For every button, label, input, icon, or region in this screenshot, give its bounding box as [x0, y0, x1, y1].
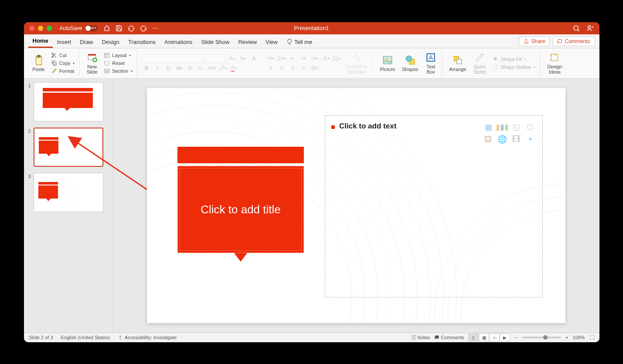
notes-button[interactable]: Notes — [411, 335, 430, 340]
redo-icon[interactable] — [140, 25, 147, 32]
slide-indicator[interactable]: Slide 2 of 3 — [29, 335, 53, 340]
insert-smartart-icon[interactable]: ◱ — [510, 122, 522, 132]
textbox-button[interactable]: AText Box — [422, 50, 439, 77]
share-button[interactable]: Share — [519, 37, 550, 46]
content-placeholder[interactable]: Click to add text ▦ ▮▮▮ ◱ ⬡ 🖼 🌐 🎞 ✦ — [325, 115, 543, 297]
insert-3d-icon[interactable]: ⬡ — [524, 122, 536, 132]
decrease-font-icon[interactable]: A▾ — [238, 54, 248, 63]
language-indicator[interactable]: English (United States) — [61, 335, 110, 340]
autosave-control[interactable]: AutoSave OFF — [60, 25, 98, 31]
underline-icon[interactable]: U — [163, 64, 173, 72]
tellme-search[interactable]: Tell me — [282, 36, 317, 48]
superscript-icon[interactable]: x² — [185, 64, 195, 72]
align-vertical-icon[interactable]: ⊟▾ — [310, 64, 319, 72]
arrange-button[interactable]: Arrange — [446, 50, 469, 77]
search-icon[interactable] — [572, 24, 580, 32]
slide-canvas[interactable]: Click to add title Click to add text ▦ ▮… — [147, 88, 565, 323]
fit-to-window-button[interactable]: ⛶ — [589, 335, 594, 340]
italic-icon[interactable]: I — [153, 64, 162, 72]
tab-transitions[interactable]: Transitions — [124, 36, 160, 48]
minimize-window-button[interactable] — [38, 26, 43, 31]
tab-insert[interactable]: Insert — [53, 36, 76, 48]
tab-slideshow[interactable]: Slide Show — [197, 36, 234, 48]
columns-icon[interactable]: ▯▯▾ — [331, 54, 341, 63]
more-icon[interactable]: ⋯ — [152, 25, 159, 32]
font-size-select[interactable] — [204, 54, 226, 63]
design-ideas-button[interactable]: Design Ideas — [545, 50, 565, 77]
align-center-icon[interactable]: ≡ — [277, 64, 286, 72]
font-family-select[interactable] — [142, 54, 203, 63]
tab-view[interactable]: View — [261, 36, 282, 48]
quick-styles-button[interactable]: Quick Styles — [470, 50, 489, 77]
slideshow-view-button[interactable]: ▶ — [500, 334, 510, 341]
bullets-icon[interactable]: •≡▾ — [266, 54, 276, 63]
sorter-view-button[interactable]: ▦ — [479, 334, 489, 341]
save-icon[interactable] — [116, 25, 123, 32]
slide-thumbnail-1[interactable] — [34, 82, 103, 121]
tab-design[interactable]: Design — [97, 36, 123, 48]
autosave-toggle[interactable]: OFF — [85, 25, 98, 31]
clear-format-icon[interactable]: A̶ — [249, 54, 259, 63]
normal-view-button[interactable]: ▯ — [468, 334, 479, 341]
layout-button[interactable]: Layout▾ — [102, 52, 134, 59]
bold-icon[interactable]: B — [142, 64, 151, 72]
comments-status-button[interactable]: Comments — [434, 335, 464, 340]
insert-video-icon[interactable]: 🎞 — [510, 134, 522, 145]
tab-draw[interactable]: Draw — [75, 36, 97, 48]
strike-icon[interactable]: ab — [174, 64, 184, 72]
svg-point-45 — [120, 336, 121, 337]
text-direction-icon[interactable]: ↓A▾ — [320, 54, 330, 63]
reading-view-button[interactable]: ▭ — [489, 334, 500, 341]
highlight-icon[interactable]: 🖍▾ — [218, 64, 228, 72]
subscript-icon[interactable]: x₂ — [196, 64, 206, 72]
copy-button[interactable]: Copy▾ — [49, 60, 77, 67]
shape-outline-button[interactable]: Shape Outline▾ — [490, 64, 537, 71]
zoom-level[interactable]: 109% — [572, 335, 585, 340]
increase-indent-icon[interactable]: ⇥ — [299, 54, 308, 63]
zoom-slider[interactable] — [522, 337, 561, 338]
tab-review[interactable]: Review — [234, 36, 261, 48]
svg-rect-8 — [89, 54, 96, 55]
align-right-icon[interactable]: ≡ — [288, 64, 297, 72]
new-slide-button[interactable]: New Slide — [84, 50, 100, 77]
slide-canvas-area[interactable]: Click to add title Click to add text ▦ ▮… — [113, 79, 599, 333]
slide-thumbnail-3[interactable] — [34, 173, 103, 212]
insert-icon-icon[interactable]: ✦ — [524, 134, 536, 145]
paste-button[interactable]: Paste — [30, 50, 48, 77]
shape-fill-button[interactable]: Shape Fill▾ — [490, 56, 537, 63]
insert-online-picture-icon[interactable]: 🌐 — [496, 134, 508, 145]
increase-font-icon[interactable]: A▴ — [227, 54, 237, 63]
align-left-icon[interactable]: ≡ — [266, 64, 276, 72]
textbox-icon: A — [425, 52, 436, 63]
format-painter-button[interactable]: Format — [49, 67, 77, 74]
smartart-button[interactable]: Convert to SmartArt — [343, 50, 370, 77]
shapes-button[interactable]: Shapes — [399, 50, 421, 77]
close-window-button[interactable] — [29, 26, 34, 31]
accessibility-indicator[interactable]: Accessibility: Investigate — [118, 335, 177, 340]
comments-button[interactable]: Comments — [552, 37, 595, 46]
zoom-out-button[interactable]: − — [514, 335, 517, 340]
picture-button[interactable]: Picture — [378, 50, 398, 77]
maximize-window-button[interactable] — [47, 26, 52, 31]
slide-thumbnail-2[interactable] — [34, 128, 103, 167]
insert-table-icon[interactable]: ▦ — [482, 122, 494, 132]
tab-animations[interactable]: Animations — [160, 36, 197, 48]
numbering-icon[interactable]: 1≡▾ — [277, 54, 286, 63]
line-spacing-icon[interactable]: ↕≡▾ — [310, 54, 319, 63]
home-icon[interactable] — [103, 25, 110, 32]
insert-picture-icon[interactable]: 🖼 — [482, 134, 494, 145]
insert-chart-icon[interactable]: ▮▮▮ — [496, 122, 508, 132]
justify-icon[interactable]: ≡ — [299, 64, 308, 72]
reset-button[interactable]: Reset — [102, 60, 134, 67]
font-color-icon[interactable]: A▾ — [229, 64, 238, 72]
title-placeholder[interactable]: Click to add title — [201, 203, 281, 216]
title-callout-shape[interactable]: Click to add title — [177, 147, 304, 262]
undo-icon[interactable] — [128, 25, 135, 32]
decrease-indent-icon[interactable]: ⇤ — [288, 54, 297, 63]
tab-home[interactable]: Home — [28, 35, 53, 48]
zoom-in-button[interactable]: + — [565, 335, 568, 340]
change-case-icon[interactable]: Aa▾ — [207, 64, 217, 72]
cut-button[interactable]: Cut — [49, 52, 77, 59]
section-button[interactable]: Section▾ — [102, 67, 134, 74]
account-icon[interactable] — [586, 24, 594, 32]
